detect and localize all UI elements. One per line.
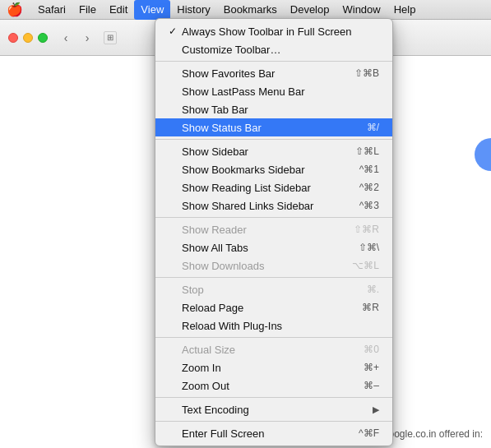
menu-item-shortcut: ⌘0 <box>364 344 379 355</box>
menu-item-label: Actual Size <box>182 344 347 356</box>
separator <box>155 337 392 338</box>
back-button[interactable]: ‹ <box>56 28 76 48</box>
menu-item-label: Reload With Plug-Ins <box>182 320 363 332</box>
menu-item-shortcut: ^⌘F <box>359 427 379 439</box>
menu-item-label: Zoom Out <box>182 380 347 392</box>
separator <box>155 397 392 398</box>
separator <box>155 277 392 278</box>
separator <box>155 139 392 140</box>
separator <box>155 421 392 422</box>
menu-item-zoom-in[interactable]: Zoom In ⌘+ <box>155 358 392 376</box>
menubar-view[interactable]: View <box>134 0 170 20</box>
menubar-develop[interactable]: Develop <box>284 0 336 20</box>
menu-item-show-downloads: Show Downloads ⌥⌘L <box>155 256 392 275</box>
menu-item-show-lastpass[interactable]: Show LastPass Menu Bar <box>155 82 392 100</box>
minimize-button[interactable] <box>23 33 33 43</box>
menu-item-shortcut: ⌥⌘L <box>352 260 379 271</box>
menu-item-text-encoding[interactable]: Text Encoding ▶ <box>155 400 392 418</box>
menu-item-zoom-out[interactable]: Zoom Out ⌘– <box>155 376 392 395</box>
menu-item-shortcut: ⌘R <box>362 302 379 313</box>
menu-item-label: Show Reading List Sidebar <box>182 182 343 194</box>
menu-item-show-favorites-bar[interactable]: Show Favorites Bar ⇧⌘B <box>155 64 392 82</box>
menubar: 🍎 Safari File Edit View History Bookmark… <box>0 0 491 20</box>
menu-item-label: Stop <box>182 284 350 296</box>
share-button[interactable]: ⊞ <box>104 31 117 44</box>
menubar-window[interactable]: Window <box>336 0 387 20</box>
menu-item-label: Show All Tabs <box>182 242 342 254</box>
menu-item-shortcut: ⇧⌘R <box>354 224 379 235</box>
menu-item-label: Customize Toolbar… <box>182 44 363 56</box>
menu-item-show-reading-list[interactable]: Show Reading List Sidebar ^⌘2 <box>155 178 392 196</box>
menu-item-shortcut: ⌘– <box>364 380 379 391</box>
menubar-safari[interactable]: Safari <box>31 0 72 20</box>
submenu-arrow-icon: ▶ <box>373 404 379 415</box>
menu-item-always-show-toolbar[interactable]: ✓ Always Show Toolbar in Full Screen <box>155 22 392 40</box>
close-button[interactable] <box>8 33 18 43</box>
menubar-file[interactable]: File <box>72 0 103 20</box>
menu-item-show-tab-bar[interactable]: Show Tab Bar <box>155 100 392 118</box>
menu-item-shortcut: ⌘. <box>367 284 379 295</box>
menu-item-shortcut: ⌘+ <box>364 362 379 373</box>
menubar-bookmarks[interactable]: Bookmarks <box>217 0 284 20</box>
view-menu-dropdown: ✓ Always Show Toolbar in Full Screen Cus… <box>155 18 393 446</box>
menu-item-shortcut: ⇧⌘\ <box>359 242 379 253</box>
menu-item-stop: Stop ⌘. <box>155 280 392 298</box>
menu-item-label: Zoom In <box>182 362 347 374</box>
menu-item-label: Show Status Bar <box>182 122 350 134</box>
menu-item-label: Show Reader <box>182 224 337 236</box>
menu-item-shortcut: ^⌘2 <box>359 182 379 193</box>
separator <box>155 61 392 62</box>
sidebar-handle[interactable] <box>475 138 491 171</box>
menu-item-show-reader: Show Reader ⇧⌘R <box>155 220 392 238</box>
menu-item-show-bookmarks-sidebar[interactable]: Show Bookmarks Sidebar ^⌘1 <box>155 160 392 178</box>
menu-item-label: Show Bookmarks Sidebar <box>182 164 343 176</box>
menu-item-show-sidebar[interactable]: Show Sidebar ⇧⌘L <box>155 142 392 160</box>
maximize-button[interactable] <box>38 33 48 43</box>
menu-item-label: Show Downloads <box>182 260 336 272</box>
menubar-help[interactable]: Help <box>387 0 423 20</box>
menu-item-reload-page[interactable]: Reload Page ⌘R <box>155 298 392 316</box>
menu-item-label: Text Encoding <box>182 404 373 416</box>
menu-item-reload-plug-ins[interactable]: Reload With Plug-Ins <box>155 316 392 335</box>
separator <box>155 217 392 218</box>
menu-item-shortcut: ⇧⌘B <box>354 67 379 79</box>
google-hint: Google.co.in offered in: <box>381 428 483 440</box>
menu-item-label: Show Shared Links Sidebar <box>182 200 343 212</box>
menu-item-label: Always Show Toolbar in Full Screen <box>182 25 363 38</box>
menu-item-actual-size: Actual Size ⌘0 <box>155 340 392 358</box>
menubar-history[interactable]: History <box>170 0 216 20</box>
menu-item-shortcut: ^⌘1 <box>359 164 379 175</box>
menu-item-show-all-tabs[interactable]: Show All Tabs ⇧⌘\ <box>155 238 392 256</box>
checkmark-icon: ✓ <box>169 25 178 37</box>
menu-item-label: Show Sidebar <box>182 145 339 158</box>
menu-item-label: Show LastPass Menu Bar <box>182 85 363 98</box>
apple-menu-icon[interactable]: 🍎 <box>7 2 23 17</box>
menubar-edit[interactable]: Edit <box>103 0 134 20</box>
menu-item-label: Show Favorites Bar <box>182 67 338 80</box>
menu-item-label: Reload Page <box>182 302 345 314</box>
menu-item-shortcut: ^⌘3 <box>359 200 379 211</box>
menu-item-customize-toolbar[interactable]: Customize Toolbar… <box>155 40 392 58</box>
menu-item-show-status-bar[interactable]: Show Status Bar ⌘/ <box>155 118 392 136</box>
menu-item-label: Enter Full Screen <box>182 427 342 440</box>
menu-item-shortcut: ⌘/ <box>367 122 379 133</box>
traffic-lights <box>8 33 48 43</box>
menu-item-label: Show Tab Bar <box>182 104 363 116</box>
menu-item-shortcut: ⇧⌘L <box>355 145 379 157</box>
menu-item-enter-full-screen[interactable]: Enter Full Screen ^⌘F <box>155 424 392 442</box>
menu-item-show-shared-links[interactable]: Show Shared Links Sidebar ^⌘3 <box>155 196 392 215</box>
forward-button[interactable]: › <box>77 28 97 48</box>
